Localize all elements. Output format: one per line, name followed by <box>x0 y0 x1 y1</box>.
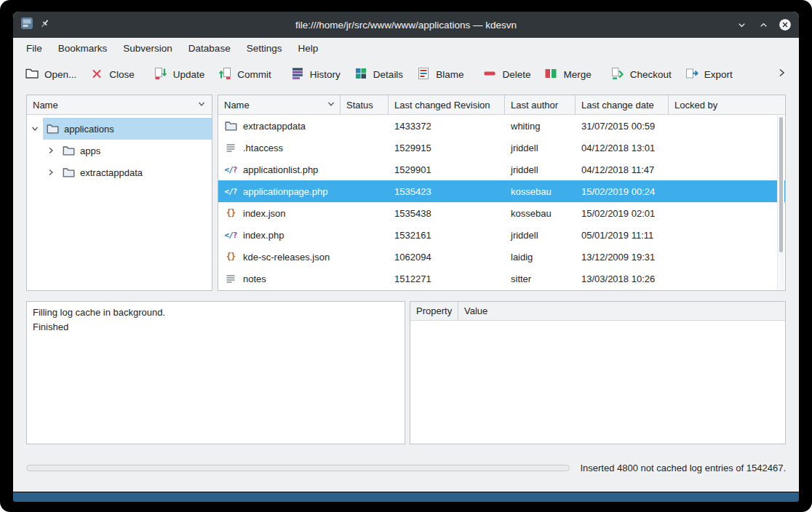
cell-date: 31/07/2015 00:59 <box>576 121 669 132</box>
column-header-date[interactable]: Last change date <box>576 95 669 114</box>
column-header-name[interactable]: Name <box>218 95 341 114</box>
details-icon <box>354 66 368 83</box>
cell-date: 04/12/2018 11:47 <box>576 164 669 175</box>
toolbar-overflow-button[interactable] <box>776 67 787 81</box>
file-name: applicationpage.php <box>243 186 327 197</box>
merge-button[interactable]: Merge <box>544 66 591 83</box>
update-button[interactable]: Update <box>154 66 205 83</box>
cell-author: laidig <box>505 252 576 263</box>
cell-author: kossebau <box>505 208 576 219</box>
column-header-revision[interactable]: Last changed Revision <box>389 95 505 114</box>
history-button[interactable]: History <box>290 66 341 83</box>
tree-item-apps[interactable]: apps <box>27 140 212 161</box>
table-row-selected[interactable]: </?applicationpage.php 1535423 kossebau … <box>218 180 785 202</box>
chevron-right-icon[interactable] <box>43 146 59 155</box>
log-line: Filling log cache in background. <box>33 305 399 320</box>
menu-settings[interactable]: Settings <box>247 43 282 54</box>
table-row[interactable]: .htaccess 1529915 jriddell 04/12/2018 13… <box>218 137 785 159</box>
window-title: file:///home/jr/src/www/www/applications… <box>108 20 704 31</box>
chevron-down-icon <box>197 100 206 111</box>
blame-button[interactable]: Blame <box>416 66 463 83</box>
minimize-button[interactable] <box>735 18 748 31</box>
column-header-property[interactable]: Property <box>410 302 458 320</box>
toolbar: Open... Close Update Commit <box>13 58 799 90</box>
status-message: Inserted 4800 not cached log entries of … <box>580 463 786 473</box>
cell-author: sitter <box>505 273 576 284</box>
cell-date: 13/12/2009 19:31 <box>576 252 669 263</box>
cell-revision: 1532161 <box>389 230 505 241</box>
export-button[interactable]: Export <box>685 66 733 83</box>
vertical-scrollbar[interactable] <box>777 116 784 289</box>
cell-author: jriddell <box>505 143 576 153</box>
tree-header[interactable]: Name <box>27 95 212 115</box>
log-line: Finished <box>33 320 399 335</box>
cell-date: 05/01/2019 11:11 <box>576 230 669 241</box>
checkout-icon <box>610 66 625 83</box>
folder-icon <box>46 124 59 135</box>
chevron-right-icon[interactable] <box>43 168 59 177</box>
export-icon <box>685 66 699 83</box>
table-row[interactable]: extractappdata 1433372 whiting 31/07/201… <box>218 115 785 137</box>
table-row[interactable]: {}kde-sc-releases.json 1062094 laidig 13… <box>218 246 785 268</box>
app-icon[interactable] <box>20 17 33 33</box>
cell-revision: 1529915 <box>389 143 505 153</box>
menu-subversion[interactable]: Subversion <box>123 43 172 54</box>
text-file-icon <box>224 142 237 153</box>
cell-date: 04/12/2018 13:01 <box>576 143 669 153</box>
open-button-label: Open... <box>44 69 76 80</box>
column-header-value[interactable]: Value <box>458 302 785 320</box>
checkout-button[interactable]: Checkout <box>610 66 672 83</box>
scrollbar-thumb[interactable] <box>779 117 783 252</box>
main-area: Name applications <box>26 95 786 291</box>
pin-icon[interactable] <box>39 18 50 32</box>
column-header-locked[interactable]: Locked by <box>669 95 785 114</box>
kdesvn-window: file:///home/jr/src/www/www/applications… <box>13 12 799 492</box>
close-button[interactable] <box>779 18 792 31</box>
chevron-down-icon <box>327 100 335 111</box>
column-header-author[interactable]: Last author <box>505 95 576 114</box>
history-button-label: History <box>310 69 341 80</box>
close-button-toolbar[interactable]: Close <box>89 66 135 83</box>
cell-date: 13/03/2018 10:26 <box>576 273 669 284</box>
delete-icon <box>482 66 497 83</box>
folder-tree-panel: Name applications <box>26 95 212 291</box>
file-name: index.json <box>243 208 286 219</box>
menu-help[interactable]: Help <box>298 43 318 54</box>
table-row[interactable]: {}index.json 1535438 kossebau 15/02/2019… <box>218 202 785 224</box>
update-icon <box>154 66 168 83</box>
table-row[interactable]: notes 1512271 sitter 13/03/2018 10:26 <box>218 268 785 289</box>
file-name: .htaccess <box>243 143 283 153</box>
delete-button-label: Delete <box>502 69 530 80</box>
tree-item-extractappdata[interactable]: extractappdata <box>27 161 212 183</box>
titlebar: file:///home/jr/src/www/www/applications… <box>13 12 799 38</box>
commit-button[interactable]: Commit <box>218 66 271 83</box>
cell-revision: 1062094 <box>389 252 505 263</box>
php-file-icon: </? <box>224 165 237 175</box>
merge-button-label: Merge <box>563 69 591 80</box>
cell-author: kossebau <box>505 186 576 197</box>
tree-item-applications[interactable]: applications <box>27 118 212 140</box>
chevron-down-icon[interactable] <box>27 124 43 133</box>
table-row[interactable]: </?applicationlist.php 1529901 jriddell … <box>218 159 785 180</box>
close-document-icon <box>89 66 104 83</box>
column-header-status[interactable]: Status <box>341 95 389 114</box>
tree-item-label: apps <box>80 145 100 156</box>
file-name: index.php <box>243 230 284 241</box>
open-button[interactable]: Open... <box>25 66 76 83</box>
maximize-button[interactable] <box>757 18 770 31</box>
menu-database[interactable]: Database <box>188 43 231 54</box>
cell-revision: 1535438 <box>389 208 505 219</box>
menu-file[interactable]: File <box>26 43 42 54</box>
details-button[interactable]: Details <box>354 66 403 83</box>
toolbar-group-sync: Update Commit <box>154 66 271 83</box>
log-output-panel: Filling log cache in background. Finishe… <box>26 301 405 444</box>
cell-author: jriddell <box>505 164 576 175</box>
delete-button[interactable]: Delete <box>482 66 530 83</box>
commit-button-label: Commit <box>237 69 271 80</box>
menu-bookmarks[interactable]: Bookmarks <box>58 43 108 54</box>
toolbar-group-info: History Details Blame <box>290 66 464 83</box>
tree-header-label: Name <box>33 100 58 111</box>
table-row[interactable]: </?index.php 1532161 jriddell 05/01/2019… <box>218 224 785 246</box>
json-file-icon: {} <box>224 208 237 218</box>
file-name: kde-sc-releases.json <box>243 252 330 263</box>
